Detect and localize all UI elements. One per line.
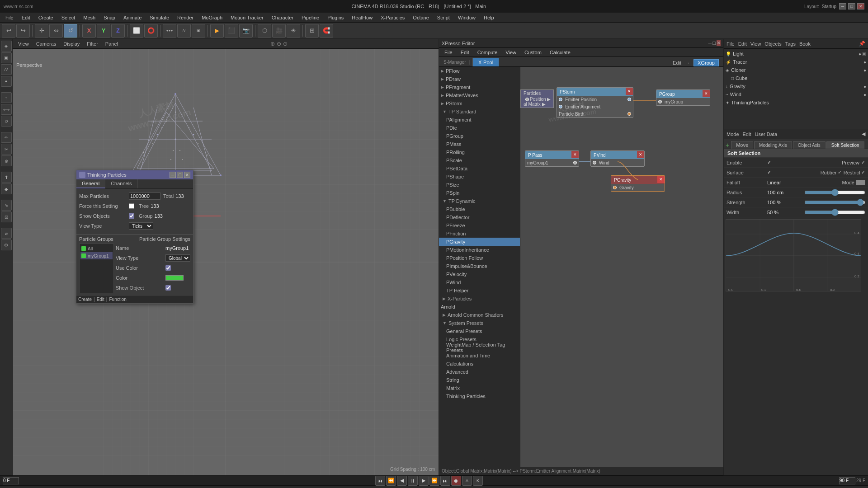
tp-maximize[interactable]: □ <box>177 172 183 178</box>
xp-tree-pfriction[interactable]: PFriction <box>439 230 520 238</box>
xp-tree-pdie[interactable]: PDie <box>439 124 520 132</box>
tp-use-color-checkbox[interactable] <box>165 265 171 271</box>
toolbar-polys[interactable]: ▣ <box>192 24 205 38</box>
pb-next-key[interactable]: ⏩ <box>429 476 439 486</box>
sidebar-knife[interactable]: ✂ <box>1 144 12 155</box>
xp-pgravity-in[interactable] <box>613 186 617 189</box>
xp-cat-system-presets[interactable]: ▼System Presets <box>439 319 520 327</box>
xp-tree-pshape[interactable]: PShape <box>439 173 520 181</box>
menu-window[interactable]: Window <box>454 13 479 22</box>
xp-menu-calculate[interactable]: Calculate <box>546 48 574 57</box>
toolbar-z-axis[interactable]: Z <box>111 24 125 38</box>
sidebar-brush[interactable]: ✏ <box>1 132 12 143</box>
toolbar-rotate[interactable]: ↺ <box>64 24 77 38</box>
om-tags[interactable]: Tags <box>785 41 796 47</box>
xp-tree-pscale[interactable]: PScale <box>439 156 520 164</box>
pb-record[interactable]: ⏺ <box>451 476 461 486</box>
viewport[interactable]: View Cameras Display Filter Panel ⊕ ⊖ ⊙ <box>13 39 439 475</box>
toolbar-cam[interactable]: 🎥 <box>272 24 286 38</box>
sidebar-scale-tool[interactable]: ⟺ <box>1 104 12 115</box>
tp-group-all[interactable]: All <box>80 245 113 252</box>
menu-file[interactable]: File <box>2 13 17 22</box>
xp-tree-pmotioninheritance[interactable]: PMotionInheritance <box>439 246 520 254</box>
tp-edit-btn[interactable]: Edit <box>97 297 104 302</box>
tp-tab-general[interactable]: General <box>76 179 105 188</box>
tp-view-type-select[interactable]: Ticks Lines Points <box>129 222 153 230</box>
xp-tree-palignment[interactable]: PAlignment <box>439 116 520 124</box>
tp-force-checkbox[interactable] <box>129 203 134 209</box>
vp-filter[interactable]: Filter <box>84 41 100 47</box>
sidebar-spline[interactable]: ∿ <box>1 200 12 211</box>
attr-user-data[interactable]: User Data <box>755 131 778 137</box>
obj-tracer[interactable]: ⚡ Tracer ● <box>724 58 868 66</box>
sidebar-object-mode[interactable]: ◈ <box>1 41 12 52</box>
xp-node-ppass-close[interactable]: ✕ <box>571 151 579 158</box>
xp-tree-pmass[interactable]: PMass <box>439 140 520 148</box>
xp-tree-pstorm[interactable]: ▶PStorm <box>439 99 520 108</box>
attr-mode-swatch[interactable] <box>856 180 865 185</box>
xp-node-pwind-close[interactable]: ✕ <box>637 151 644 158</box>
xp-tree-pgroup[interactable]: PGroup <box>439 132 520 140</box>
xp-tree-pflow[interactable]: ▶PFlow <box>439 67 520 75</box>
xp-tree-advanced[interactable]: Advanced <box>439 368 520 376</box>
sidebar-polygon-mode[interactable]: ▣ <box>1 52 12 63</box>
xp-tree-tphelper[interactable]: TP Helper <box>439 286 520 295</box>
toolbar-render-active[interactable]: ▶ <box>210 24 224 38</box>
sidebar-magnet[interactable]: ⊛ <box>1 155 12 166</box>
attr-radius-slider[interactable] <box>804 191 865 194</box>
attr-mode[interactable]: Mode <box>726 131 739 137</box>
tp-close[interactable]: ✕ <box>184 172 190 178</box>
sidebar-extrude[interactable]: ⬆ <box>1 172 12 183</box>
tp-show-obj-checkbox[interactable] <box>165 285 171 291</box>
toolbar-edges[interactable]: /\/ <box>177 24 191 38</box>
xp-node-pgroup-close[interactable]: ✕ <box>703 90 710 97</box>
attr-tab-modeling-axis[interactable]: Modeling Axis <box>754 141 792 149</box>
menu-mesh[interactable]: Mesh <box>80 13 99 22</box>
xp-ppass-out[interactable] <box>573 161 577 164</box>
sidebar-edge-mode[interactable]: /\/ <box>1 64 12 75</box>
xp-tree-pbubble[interactable]: PBubble <box>439 205 520 213</box>
xp-tree-string[interactable]: String <box>439 376 520 384</box>
menu-motion-tracker[interactable]: Motion Tracker <box>227 13 267 22</box>
xp-cat-xparticles[interactable]: ▶X-Particles <box>439 295 520 303</box>
xpresso-minimize[interactable]: ─ <box>708 40 712 46</box>
menu-xparticles[interactable]: X-Particles <box>377 13 408 22</box>
menu-help[interactable]: Help <box>480 13 498 22</box>
toolbar-render-to-po[interactable]: 📷 <box>239 24 253 38</box>
toolbar-new-obj[interactable]: ⬡ <box>258 24 271 38</box>
xpresso-canvas[interactable]: PStorm ✕ Emitter Position Emitter Alignm… <box>520 67 723 467</box>
pb-prev-key[interactable]: ⏪ <box>386 476 396 486</box>
menu-realflow[interactable]: RealFlow <box>348 13 376 22</box>
xp-tree-weightmap[interactable]: WeightMap / Selection Tag Presets <box>439 343 520 352</box>
xp-tree-thinking-particles[interactable]: Thinking Particles <box>439 392 520 400</box>
menu-snap[interactable]: Snap <box>100 13 119 22</box>
toolbar-snap-toggle[interactable]: 🧲 <box>320 24 333 38</box>
xp-tree-pwind[interactable]: PWind <box>439 278 520 286</box>
close-button[interactable]: ✕ <box>857 3 864 9</box>
xp-tree-pmatterwaves[interactable]: ▶PMatterWaves <box>439 91 520 99</box>
menu-render[interactable]: Render <box>174 13 197 22</box>
pb-play[interactable]: ▶ <box>419 476 429 486</box>
xp-tree-arnold[interactable]: Arnold <box>439 303 520 311</box>
tp-group-mygroup1[interactable]: myGroup1 <box>80 252 113 259</box>
toolbar-transform-local[interactable]: ⊞ <box>305 24 319 38</box>
vp-view[interactable]: View <box>15 41 32 47</box>
xp-tree-psize[interactable]: PSize <box>439 181 520 189</box>
pb-play-backward[interactable]: ◀ <box>397 476 407 486</box>
xp-port-emitter-pos-out[interactable] <box>627 98 631 101</box>
xp-tree-pfreeze[interactable]: PFreeze <box>439 221 520 230</box>
menu-animate[interactable]: Animate <box>120 13 145 22</box>
xp-tree-pgravity[interactable]: PGravity <box>439 238 520 246</box>
attr-nav-arrow[interactable]: ◀ <box>862 131 865 137</box>
toolbar-move[interactable]: ✛ <box>35 24 48 38</box>
tp-minimize[interactable]: ─ <box>170 172 176 178</box>
sidebar-deformer[interactable]: ⌀ <box>1 228 12 239</box>
menu-mograph[interactable]: MoGraph <box>198 13 226 22</box>
xp-pwind-in[interactable] <box>593 161 596 164</box>
xp-tree-calculations[interactable]: Calculations <box>439 360 520 368</box>
xpresso-maximize[interactable]: □ <box>712 40 716 46</box>
maximize-button[interactable]: □ <box>848 3 855 9</box>
attr-tab-move[interactable]: Move <box>731 141 753 149</box>
sidebar-point-mode[interactable]: ● <box>1 76 12 87</box>
xp-port-emitter-align-in[interactable] <box>559 105 562 108</box>
